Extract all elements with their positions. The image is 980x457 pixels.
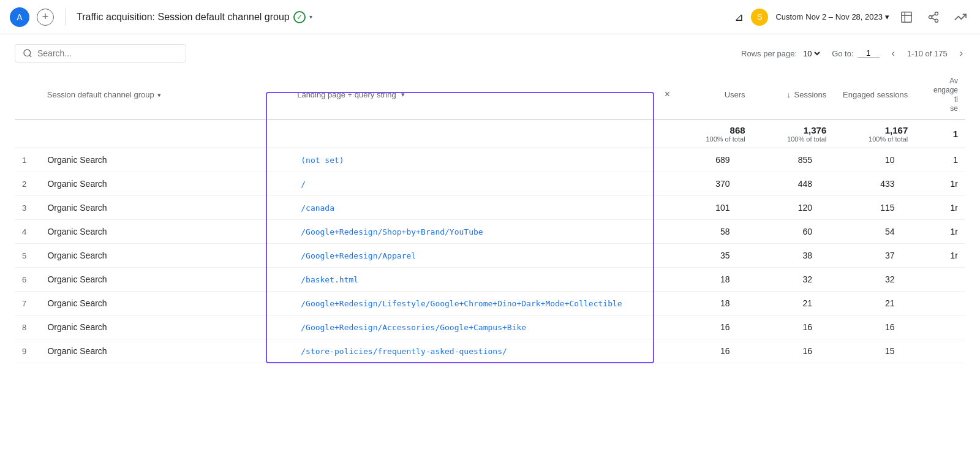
channel-cell: Organic Search bbox=[40, 196, 293, 220]
sessions-cell: 21 bbox=[737, 292, 820, 315]
col-channel-header[interactable]: Session default channel group ▾ bbox=[40, 70, 290, 119]
avg-cell bbox=[902, 315, 965, 339]
topbar-right: Custom Nov 2 – Nov 28, 2023 ▾ bbox=[775, 7, 970, 27]
landing-cell[interactable]: /canada bbox=[293, 196, 661, 220]
row-num: 5 bbox=[15, 244, 40, 268]
avg-cell: 1r bbox=[902, 172, 965, 196]
data-rows-table: 1 Organic Search (not set) 689 855 10 1 … bbox=[15, 148, 965, 363]
table-row: 6 Organic Search /basket.html 18 32 32 bbox=[15, 268, 965, 292]
avg-cell: 1r bbox=[902, 196, 965, 220]
engaged-cell: 54 bbox=[820, 220, 902, 244]
users-cell: 18 bbox=[661, 268, 737, 292]
svg-line-6 bbox=[932, 18, 935, 20]
date-range[interactable]: Custom Nov 2 – Nov 28, 2023 ▾ bbox=[775, 12, 889, 21]
row-num: 7 bbox=[15, 292, 40, 315]
landing-cell[interactable]: /Google+Redesign/Shop+by+Brand/YouTube bbox=[293, 220, 661, 244]
rows-per-page: Rows per page: 10 25 50 bbox=[741, 48, 822, 59]
sessions-cell: 16 bbox=[737, 339, 820, 363]
table-row: 9 Organic Search /store-policies/frequen… bbox=[15, 339, 965, 363]
svg-point-4 bbox=[929, 15, 932, 18]
channel-cell: Organic Search bbox=[40, 172, 293, 196]
landing-cell[interactable]: /basket.html bbox=[293, 268, 661, 292]
col-channel-menu-icon[interactable]: ▾ bbox=[157, 91, 161, 99]
col-landing-menu-icon[interactable]: ▾ bbox=[401, 91, 405, 99]
rows-per-page-select[interactable]: 10 25 50 bbox=[801, 48, 822, 59]
landing-cell[interactable]: /store-policies/frequently-asked-questio… bbox=[293, 339, 661, 363]
filter-icon[interactable]: ⊿ bbox=[734, 10, 744, 24]
users-cell: 35 bbox=[661, 244, 737, 268]
landing-cell[interactable]: /Google+Redesign/Lifestyle/Google+Chrome… bbox=[293, 292, 661, 315]
search-box[interactable] bbox=[15, 44, 186, 62]
total-engaged: 1,167 bbox=[841, 125, 908, 135]
total-avg: 1 bbox=[922, 129, 958, 139]
channel-cell: Organic Search bbox=[40, 292, 293, 315]
table-row: 1 Organic Search (not set) 689 855 10 1 bbox=[15, 148, 965, 172]
col-users-header[interactable]: Users bbox=[677, 70, 753, 119]
channel-cell: Organic Search bbox=[40, 220, 293, 244]
users-cell: 58 bbox=[661, 220, 737, 244]
total-users: 868 bbox=[685, 125, 745, 135]
chart-icon-button[interactable] bbox=[897, 7, 916, 27]
trend-icon-button[interactable] bbox=[951, 7, 970, 27]
avatar: A bbox=[10, 7, 29, 27]
sessions-cell: 855 bbox=[737, 148, 820, 172]
total-engaged-pct: 100% of total bbox=[841, 135, 908, 143]
prev-page-button[interactable]: ‹ bbox=[889, 47, 897, 60]
status-badge: ✓ bbox=[293, 11, 306, 23]
users-cell: 18 bbox=[661, 292, 737, 315]
channel-cell: Organic Search bbox=[40, 315, 293, 339]
users-cell: 370 bbox=[661, 172, 737, 196]
search-input[interactable] bbox=[37, 48, 172, 58]
users-cell: 16 bbox=[661, 339, 737, 363]
content-area: Rows per page: 10 25 50 Go to: ‹ 1-10 of… bbox=[0, 34, 980, 373]
landing-cell[interactable]: / bbox=[293, 172, 661, 196]
row-num: 1 bbox=[15, 148, 40, 172]
avg-cell bbox=[902, 292, 965, 315]
add-button[interactable]: + bbox=[37, 9, 54, 26]
row-num: 4 bbox=[15, 220, 40, 244]
avg-cell bbox=[902, 339, 965, 363]
engaged-cell: 433 bbox=[820, 172, 902, 196]
search-pagination-row: Rows per page: 10 25 50 Go to: ‹ 1-10 of… bbox=[15, 44, 965, 62]
title-chevron-icon[interactable]: ▾ bbox=[309, 13, 312, 20]
date-chevron-icon[interactable]: ▾ bbox=[885, 12, 889, 21]
avg-cell bbox=[902, 268, 965, 292]
col-avg-header: Avengagetise bbox=[915, 70, 965, 119]
engaged-cell: 10 bbox=[820, 148, 902, 172]
engaged-cell: 37 bbox=[820, 244, 902, 268]
col-landing-header: Landing page + query string ▾ × bbox=[290, 70, 677, 119]
table-row: 2 Organic Search / 370 448 433 1r bbox=[15, 172, 965, 196]
next-page-button[interactable]: › bbox=[957, 47, 965, 60]
channel-cell: Organic Search bbox=[40, 339, 293, 363]
page-info: 1-10 of 175 bbox=[907, 49, 948, 58]
rows-per-page-label: Rows per page: bbox=[741, 49, 797, 58]
sessions-cell: 32 bbox=[737, 268, 820, 292]
engaged-cell: 21 bbox=[820, 292, 902, 315]
goto-input[interactable] bbox=[858, 48, 880, 58]
landing-cell[interactable]: (not set) bbox=[293, 148, 661, 172]
landing-cell[interactable]: /Google+Redesign/Apparel bbox=[293, 244, 661, 268]
col-sessions-header[interactable]: ↓ Sessions bbox=[753, 70, 834, 119]
svg-point-8 bbox=[24, 50, 31, 56]
total-users-pct: 100% of total bbox=[685, 135, 745, 143]
date-label: Custom bbox=[775, 12, 803, 21]
landing-cell[interactable]: /Google+Redesign/Accessories/Google+Camp… bbox=[293, 315, 661, 339]
users-cell: 16 bbox=[661, 315, 737, 339]
engaged-cell: 16 bbox=[820, 315, 902, 339]
svg-line-9 bbox=[29, 55, 31, 57]
svg-point-3 bbox=[935, 12, 938, 15]
users-cell: 101 bbox=[661, 196, 737, 220]
share-icon-button[interactable] bbox=[924, 7, 943, 27]
table-wrapper: Session default channel group ▾ Landing … bbox=[15, 70, 965, 363]
svg-point-5 bbox=[935, 19, 938, 22]
table-row: 7 Organic Search /Google+Redesign/Lifest… bbox=[15, 292, 965, 315]
svg-rect-0 bbox=[902, 12, 912, 22]
avg-cell: 1r bbox=[902, 244, 965, 268]
channel-cell: Organic Search bbox=[40, 148, 293, 172]
col-landing-close-button[interactable]: × bbox=[665, 89, 670, 100]
total-sessions: 1,376 bbox=[760, 125, 827, 135]
goto-row: Go to: bbox=[832, 48, 879, 58]
col-engaged-header[interactable]: Engaged sessions bbox=[834, 70, 915, 119]
table-row: 4 Organic Search /Google+Redesign/Shop+b… bbox=[15, 220, 965, 244]
table-row: 5 Organic Search /Google+Redesign/Appare… bbox=[15, 244, 965, 268]
